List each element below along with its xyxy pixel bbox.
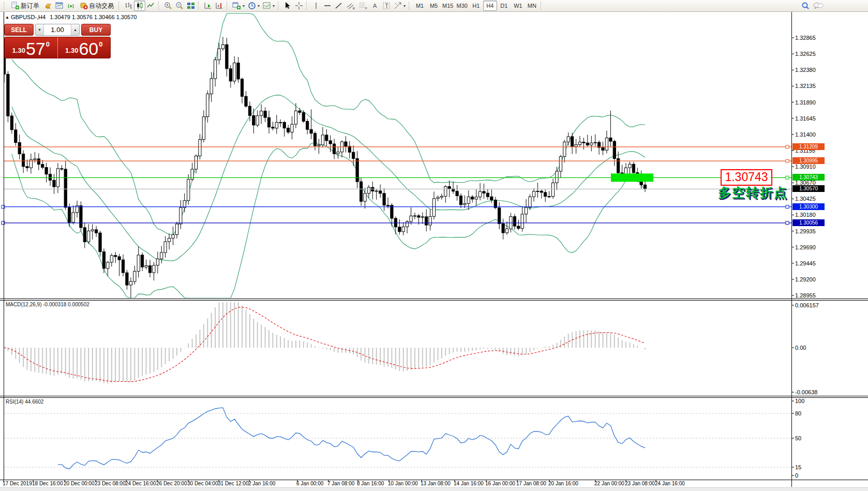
hline-handle[interactable] xyxy=(786,221,789,225)
price-tag-1.30743: 1.30743 xyxy=(792,174,825,181)
autotrading-button[interactable]: 自动交易 xyxy=(77,1,117,11)
candles-layer xyxy=(3,37,646,300)
cursor-tool-button[interactable] xyxy=(282,1,293,11)
text-label-tool-button[interactable]: T xyxy=(381,1,392,11)
sell-price-point: 0 xyxy=(46,37,50,48)
new-order-button[interactable]: 新订单 xyxy=(8,1,42,11)
chart-window-button[interactable] xyxy=(54,1,65,11)
crosshair-tool-button[interactable] xyxy=(293,1,305,11)
sell-price-pips: 57 xyxy=(26,41,46,56)
sell-price[interactable]: 1.30570 xyxy=(5,37,57,58)
rsi-axis-tick: 50 xyxy=(795,435,801,441)
volume-input[interactable] xyxy=(44,24,71,35)
time-axis[interactable]: 17 Dec 201918 Dec 16:0020 Dec 00:0023 De… xyxy=(0,481,868,487)
periods-button[interactable]: ▾ xyxy=(246,1,261,11)
buy-button-label: BUY xyxy=(89,26,102,34)
collapse-triangle-icon[interactable]: ▲ xyxy=(5,15,9,20)
text-tool-button[interactable]: A xyxy=(369,1,381,11)
new-order-label: 新订单 xyxy=(21,2,39,10)
annotation-text[interactable]: 多空转折点 xyxy=(672,184,788,201)
time-axis-label: 24 Dec 16:00 xyxy=(125,481,156,486)
price-tag-1.31209: 1.31209 xyxy=(792,143,825,150)
zoom-in-icon xyxy=(164,2,172,10)
gold-ingot-button[interactable] xyxy=(42,1,54,11)
search-button[interactable] xyxy=(800,1,811,11)
timeframe-m1[interactable]: M1 xyxy=(413,1,427,11)
toolbar-grip xyxy=(4,2,6,10)
trendline-tool-button[interactable] xyxy=(333,1,345,11)
tile-windows-button[interactable] xyxy=(185,1,197,11)
channel-tool-button[interactable]: E xyxy=(345,1,357,11)
hline-handle[interactable] xyxy=(2,205,5,209)
auto-scroll-button[interactable] xyxy=(202,1,214,11)
price-axis-tick: 1.32865 xyxy=(795,35,816,41)
hline-handle[interactable] xyxy=(786,205,789,209)
horizontal-line-tool-button[interactable] xyxy=(322,1,333,11)
hline-handle[interactable] xyxy=(786,176,789,179)
timeframe-m5[interactable]: M5 xyxy=(427,1,441,11)
time-axis-label: 8 Jan 16:00 xyxy=(357,481,384,486)
chart-shift-button[interactable] xyxy=(214,1,225,11)
price-chart-svg xyxy=(0,0,868,491)
line-chart-mode-button[interactable] xyxy=(145,1,157,11)
candle-chart-mode-button[interactable] xyxy=(134,1,145,11)
vertical-line-tool-button[interactable] xyxy=(310,1,322,11)
svg-text:T: T xyxy=(385,3,388,9)
price-callout-box[interactable]: 1.30743 xyxy=(721,169,772,186)
hline-handle[interactable] xyxy=(786,145,789,148)
chart-shift-icon xyxy=(215,2,223,10)
gold-ingot-icon xyxy=(44,2,52,10)
hline-handle[interactable] xyxy=(786,159,789,162)
timeframe-mn[interactable]: MN xyxy=(525,1,539,11)
price-axis-tick: 1.28955 xyxy=(795,292,816,299)
macd-axis-tick: 0.00 xyxy=(795,345,806,351)
time-axis-label: 14 Jan 16:00 xyxy=(454,481,484,486)
timeframe-w1[interactable]: W1 xyxy=(511,1,525,11)
chat-icon xyxy=(813,2,824,10)
signals-button[interactable] xyxy=(65,1,77,11)
price-axis-tick: 1.29690 xyxy=(795,244,816,250)
time-axis-label: 10 Jan 00:00 xyxy=(388,481,418,486)
timeframe-h4[interactable]: H4 xyxy=(483,1,497,11)
fibonacci-tool-button[interactable]: F xyxy=(357,1,369,11)
rsi-axis-tick: 80 xyxy=(795,410,801,416)
sell-button[interactable]: SELL xyxy=(4,24,34,36)
highlight-zone[interactable] xyxy=(611,173,653,182)
price-axis-tick: 1.32380 xyxy=(795,67,816,73)
timeframe-toolbar: M1M5M15M30H1H4D1W1MN xyxy=(413,1,539,11)
templates-button[interactable]: ▾ xyxy=(261,1,276,11)
price-tag-1.30570: 1.30570 xyxy=(792,185,825,192)
zoom-in-button[interactable] xyxy=(162,1,174,11)
timeframe-d1[interactable]: D1 xyxy=(497,1,511,11)
buy-price[interactable]: 1.30600 xyxy=(57,37,111,58)
chart-title: ▲GBPUSD-,H41.30479 1.30576 1.30466 1.305… xyxy=(5,14,137,20)
price-axis-tick: 1.32625 xyxy=(795,51,816,57)
time-axis-label: 20 Jan 16:00 xyxy=(548,481,578,486)
price-axis-tick: 1.29935 xyxy=(795,228,816,234)
time-axis-label: 13 Jan 08:00 xyxy=(421,481,451,486)
time-axis-label: 31 Dec 12:00 xyxy=(218,481,249,486)
horizontal-line-icon xyxy=(323,2,332,10)
buy-button[interactable]: BUY xyxy=(81,24,111,36)
hline-handle[interactable] xyxy=(2,221,5,225)
zoom-out-button[interactable] xyxy=(174,1,185,11)
timeframe-h1[interactable]: H1 xyxy=(469,1,483,11)
macd-label: MACD(12,26,9) -0.000318 0.000502 xyxy=(6,302,89,307)
volume-decrease-button[interactable]: ▼ xyxy=(36,24,44,35)
toolbar-grip xyxy=(306,2,309,10)
time-axis-label: 24 Jan 16:00 xyxy=(655,481,685,486)
chat-button[interactable] xyxy=(811,1,826,11)
svg-text:F: F xyxy=(365,7,367,10)
timeframe-m15[interactable]: M15 xyxy=(441,1,455,11)
arrows-tool-button[interactable]: ▾ xyxy=(392,1,407,11)
sell-price-main: 1.30 xyxy=(12,47,25,54)
volume-spinner: ▼ ▲ xyxy=(35,24,80,36)
indicators-button[interactable]: ▾ xyxy=(231,1,246,11)
price-tag-1.30995: 1.30995 xyxy=(792,157,825,164)
volume-increase-button[interactable]: ▲ xyxy=(71,24,79,35)
timeframe-m30[interactable]: M30 xyxy=(455,1,469,11)
line-chart-icon xyxy=(147,2,155,10)
bar-chart-mode-button[interactable] xyxy=(123,1,134,11)
autotrading-icon xyxy=(80,2,88,10)
time-axis-label: 6 Jan 00:00 xyxy=(296,481,323,486)
